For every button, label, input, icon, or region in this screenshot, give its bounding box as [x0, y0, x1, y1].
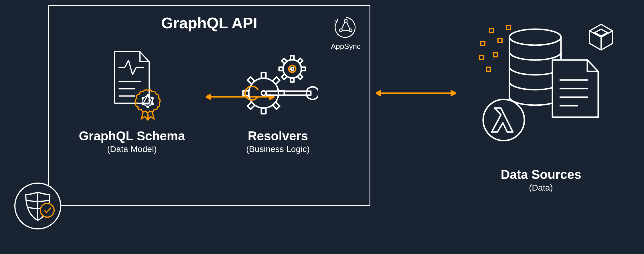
svg-rect-26 [247, 102, 254, 109]
svg-rect-56 [498, 39, 502, 43]
svg-rect-55 [481, 41, 485, 45]
svg-rect-53 [489, 29, 493, 33]
lambda-icon [483, 99, 524, 141]
svg-line-3 [342, 22, 345, 29]
svg-rect-60 [487, 67, 491, 71]
resolvers-gears-icon [238, 49, 318, 123]
shield-check-icon [13, 182, 62, 230]
graphql-schema-block: GraphQL Schema (Data Model) [66, 49, 198, 154]
svg-rect-36 [282, 74, 287, 79]
svg-rect-27 [247, 77, 254, 84]
resolvers-title: Resolvers [212, 129, 344, 143]
svg-rect-37 [282, 58, 287, 63]
svg-rect-28 [272, 102, 280, 109]
svg-point-2 [349, 29, 352, 32]
svg-rect-41 [266, 91, 307, 95]
svg-rect-32 [291, 78, 294, 82]
svg-point-29 [261, 91, 266, 95]
schema-title: GraphQL Schema [66, 129, 198, 143]
document-icon [552, 60, 598, 117]
svg-rect-58 [479, 56, 483, 60]
datasources-subtitle: (Data) [449, 183, 633, 193]
appsync-block: AppSync [330, 15, 361, 51]
svg-point-61 [509, 29, 561, 45]
datasources-title: Data Sources [449, 167, 633, 182]
svg-rect-31 [291, 56, 294, 60]
svg-rect-33 [279, 67, 283, 71]
svg-rect-35 [297, 58, 303, 63]
schema-document-icon [103, 49, 161, 123]
main-title: GraphQL API [49, 14, 370, 32]
svg-rect-38 [297, 74, 303, 79]
svg-rect-21 [261, 73, 266, 78]
svg-point-1 [339, 29, 342, 32]
data-sources-cluster-icon [449, 20, 633, 163]
svg-point-44 [40, 203, 54, 217]
svg-point-39 [289, 65, 296, 72]
resolvers-subtitle: (Business Logic) [212, 144, 344, 154]
svg-point-40 [291, 67, 294, 70]
svg-rect-25 [272, 77, 280, 84]
svg-rect-34 [301, 67, 305, 71]
svg-point-66 [483, 99, 524, 141]
svg-rect-22 [261, 108, 266, 114]
svg-marker-46 [376, 91, 380, 95]
resolvers-block: Resolvers (Business Logic) [212, 49, 344, 154]
svg-marker-18 [206, 95, 210, 99]
security-shield-badge [13, 182, 62, 230]
double-arrow-icon [376, 90, 456, 96]
schema-subtitle: (Data Model) [66, 144, 198, 154]
graphql-api-container: GraphQL API AppSync [48, 5, 370, 206]
appsync-icon [330, 15, 361, 40]
svg-point-0 [344, 19, 347, 22]
svg-rect-59 [494, 53, 498, 57]
cube-icon [590, 24, 613, 50]
data-sources-block: Data Sources (Data) [449, 20, 633, 193]
svg-rect-54 [507, 26, 511, 30]
svg-line-4 [347, 22, 350, 29]
